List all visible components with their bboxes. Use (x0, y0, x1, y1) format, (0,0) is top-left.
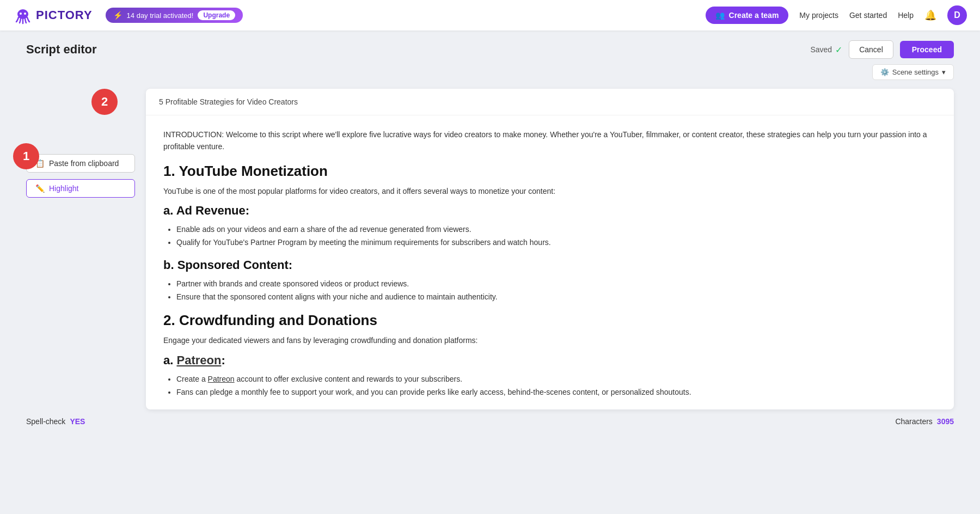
saved-check-icon: ✓ (835, 45, 842, 55)
scene-settings-label: Scene settings (892, 68, 939, 76)
section2-heading: 2. Crowdfunding and Donations (163, 312, 936, 329)
svg-point-2 (24, 13, 26, 15)
chevron-down-icon: ▾ (942, 68, 946, 76)
section2-h2a: a. Patreon: (163, 353, 936, 368)
create-team-button[interactable]: 👥 Create a team (706, 7, 789, 24)
section1-intro: YouTube is one of the most popular platf… (163, 185, 936, 197)
bullet-item: Qualify for YouTube's Partner Program by… (176, 236, 936, 249)
page-title: Script editor (26, 42, 97, 57)
my-projects-link[interactable]: My projects (799, 11, 838, 20)
svg-point-1 (20, 13, 22, 15)
scene-settings-button[interactable]: ⚙️ Scene settings ▾ (872, 64, 954, 80)
trial-text: 14 day trial activated! (127, 11, 194, 20)
left-sidebar: 2 1 📋 Paste from clipboard ✏️ Highlight (26, 89, 135, 409)
section1-h2b: b. Sponsored Content: (163, 258, 936, 272)
avatar[interactable]: D (947, 5, 967, 25)
trial-badge: ⚡ 14 day trial activated! Upgrade (106, 8, 243, 23)
highlight-button[interactable]: ✏️ Highlight (26, 179, 135, 198)
highlight-icon: ✏️ (35, 184, 45, 193)
bullet-item: Enable ads on your videos and earn a sha… (176, 223, 936, 236)
subheader-actions: Saved ✓ Cancel Proceed (810, 40, 954, 59)
section2-intro: Engage your dedicated viewers and fans b… (163, 334, 936, 346)
editor-title-bar: 5 Profitable Strategies for Video Creato… (146, 89, 954, 115)
bullet-item: Ensure that the sponsored content aligns… (176, 291, 936, 304)
upgrade-button[interactable]: Upgrade (198, 10, 235, 20)
section1-heading: 1. YouTube Monetization (163, 163, 936, 180)
top-navigation: PICTORY ⚡ 14 day trial activated! Upgrad… (0, 0, 980, 30)
section1-bullets-b: Partner with brands and create sponsored… (163, 278, 936, 304)
subheader: Script editor Saved ✓ Cancel Proceed (0, 30, 980, 59)
logo-text: PICTORY (36, 8, 93, 22)
proceed-button[interactable]: Proceed (900, 41, 954, 58)
bullet-item: Partner with brands and create sponsored… (176, 278, 936, 291)
spell-check-value[interactable]: YES (70, 417, 85, 426)
step-2-label: 2 (101, 95, 108, 109)
editor-container: 5 Profitable Strategies for Video Creato… (146, 89, 954, 409)
scene-settings-bar: ⚙️ Scene settings ▾ (0, 59, 980, 80)
characters-label: Characters (895, 417, 932, 426)
team-icon: 👥 (715, 11, 725, 20)
characters-area: Characters 3095 (895, 417, 954, 426)
section2-bullets-a: Create a Patreon account to offer exclus… (163, 373, 936, 399)
saved-label: Saved (810, 45, 832, 54)
notification-bell-icon[interactable]: 🔔 (924, 9, 936, 21)
section2-h2b: b. Ko-fi: (163, 407, 936, 409)
highlight-label: Highlight (49, 184, 78, 193)
patreon-inline-link: Patreon (208, 375, 235, 383)
paste-label: Paste from clipboard (49, 159, 119, 168)
editor-content[interactable]: INTRODUCTION: Welcome to this script whe… (146, 115, 954, 409)
nav-right: 👥 Create a team My projects Get started … (706, 5, 967, 25)
help-link[interactable]: Help (898, 11, 914, 20)
patreon-link: Patreon (176, 353, 221, 367)
paste-from-clipboard-button[interactable]: 📋 Paste from clipboard (26, 154, 135, 173)
step-1-circle: 1 (13, 143, 39, 169)
logo-icon (13, 5, 33, 25)
cancel-button[interactable]: Cancel (849, 40, 893, 59)
get-started-link[interactable]: Get started (849, 11, 887, 20)
step-2-circle: 2 (91, 89, 118, 115)
section1-bullets-a: Enable ads on your videos and earn a sha… (163, 223, 936, 249)
intro-paragraph: INTRODUCTION: Welcome to this script whe… (163, 128, 936, 153)
section1-h2a: a. Ad Revenue: (163, 204, 936, 218)
bullet-item: Create a Patreon account to offer exclus… (176, 373, 936, 386)
characters-value: 3095 (937, 417, 954, 426)
bullet-item: Fans can pledge a monthly fee to support… (176, 386, 936, 399)
main-area: 2 1 📋 Paste from clipboard ✏️ Highlight … (0, 80, 980, 409)
gear-icon: ⚙️ (880, 68, 889, 76)
saved-indicator: Saved ✓ (810, 45, 842, 55)
sidebar-buttons: 📋 Paste from clipboard ✏️ Highlight (26, 154, 135, 198)
footer-bar: Spell-check YES Characters 3095 (0, 409, 980, 433)
spell-check-area: Spell-check YES (26, 417, 85, 426)
create-team-label: Create a team (729, 11, 779, 20)
step-1-label: 1 (23, 149, 29, 163)
spell-check-label: Spell-check (26, 417, 65, 426)
doc-title: 5 Profitable Strategies for Video Creato… (159, 97, 298, 106)
logo-area: PICTORY (13, 5, 93, 25)
